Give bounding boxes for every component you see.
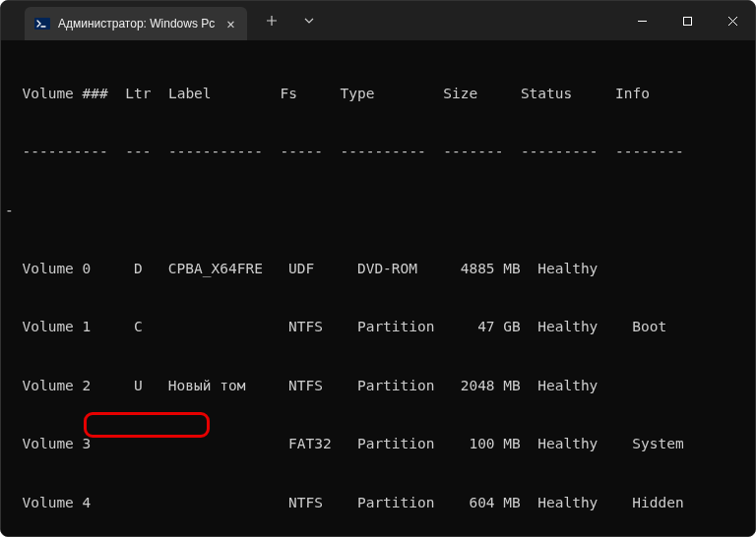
table-row: Volume 2 U Новый том NTFS Partition 2048… xyxy=(5,372,751,401)
minimize-button[interactable] xyxy=(619,1,664,40)
table-row: Volume 0 D CPBA_X64FRE UDF DVD-ROM 4885 … xyxy=(5,255,751,284)
terminal-content[interactable]: Volume ### Ltr Label Fs Type Size Status… xyxy=(1,40,755,536)
table-row: Volume 3 FAT32 Partition 100 MB Healthy … xyxy=(5,430,751,459)
table-divider: ---------- --- ----------- ----- -------… xyxy=(5,138,751,167)
shield-icon xyxy=(1,1,25,40)
tab-dropdown-button[interactable] xyxy=(292,5,326,36)
window-controls xyxy=(619,1,755,40)
new-tab-button[interactable] xyxy=(255,5,288,36)
tab-title: Администратор: Windows Pc xyxy=(58,17,215,30)
titlebar: Администратор: Windows Pc ✕ xyxy=(1,1,755,40)
table-divider-cont: - xyxy=(5,197,751,226)
powershell-icon xyxy=(34,16,50,31)
close-button[interactable] xyxy=(710,1,755,40)
svg-rect-0 xyxy=(34,18,50,30)
svg-rect-1 xyxy=(683,17,691,25)
titlebar-left: Администратор: Windows Pc ✕ xyxy=(1,1,326,40)
table-header: Volume ### Ltr Label Fs Type Size Status… xyxy=(5,80,751,109)
active-tab[interactable]: Администратор: Windows Pc ✕ xyxy=(25,7,247,40)
tab-close-button[interactable]: ✕ xyxy=(222,16,238,31)
terminal-window: Администратор: Windows Pc ✕ xyxy=(0,0,756,537)
tab-actions xyxy=(255,5,326,36)
maximize-button[interactable] xyxy=(664,1,710,40)
table-row: Volume 1 C NTFS Partition 47 GB Healthy … xyxy=(5,313,751,342)
table-row: Volume 4 NTFS Partition 604 MB Healthy H… xyxy=(5,489,751,518)
